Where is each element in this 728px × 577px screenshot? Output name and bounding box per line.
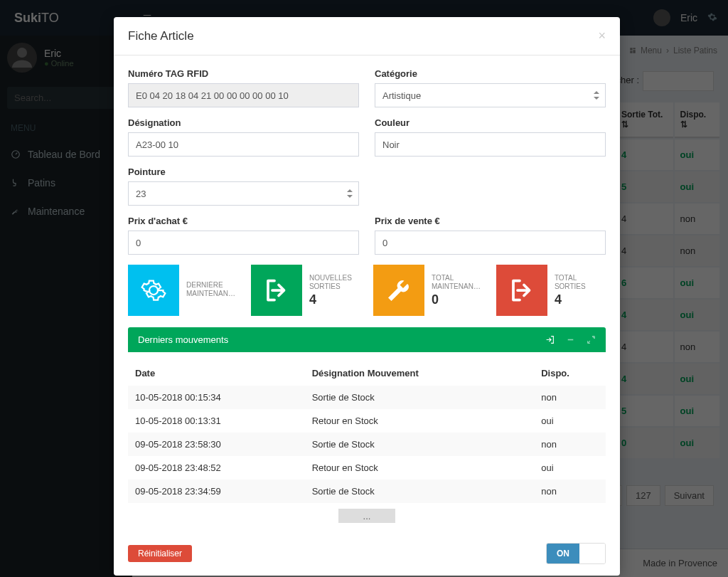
stat-total-maintenance: TOTALMAINTENAN…0 — [373, 265, 483, 316]
movement-row: 10-05-2018 00:13:31Retour en Stockoui — [128, 409, 606, 433]
color-input[interactable] — [375, 132, 606, 157]
col-dispo: Dispo. — [534, 361, 606, 386]
stat-total-exits: TOTALSORTIES4 — [496, 265, 606, 316]
sellprice-label: Prix de vente € — [375, 216, 606, 226]
size-label: Pointure — [128, 166, 359, 177]
rfid-label: Numéro TAG RFID — [128, 68, 359, 79]
article-modal: Fiche Article × Numéro TAG RFID Catégori… — [114, 17, 620, 576]
on-off-toggle[interactable]: ON — [546, 543, 606, 564]
sellprice-input[interactable] — [375, 231, 606, 255]
modal-title: Fiche Article — [128, 29, 194, 43]
col-designation: Désignation Mouvement — [305, 361, 535, 386]
gear-icon — [128, 265, 179, 316]
buyprice-label: Prix d'achat € — [128, 216, 359, 226]
stat-last-maintenance: DERNIÈREMAINTENAN… — [128, 265, 238, 316]
rfid-input — [128, 83, 359, 107]
category-label: Catégorie — [375, 68, 606, 79]
movement-row: 09-05-2018 23:48:52Retour en Stockoui — [128, 456, 606, 480]
movement-row: 10-05-2018 00:15:34Sortie de Stocknon — [128, 386, 606, 409]
exit-icon — [496, 265, 547, 316]
category-select[interactable]: Artistique — [375, 83, 606, 107]
stat-new-exits: NOUVELLESSORTIES4 — [251, 265, 360, 316]
wrench-icon — [373, 265, 424, 316]
login-icon[interactable] — [545, 335, 555, 344]
designation-input[interactable] — [128, 132, 359, 157]
stat-boxes: DERNIÈREMAINTENAN… NOUVELLESSORTIES4 TOT… — [128, 265, 606, 316]
load-more-button[interactable]: ... — [338, 509, 395, 523]
exit-icon — [251, 265, 302, 316]
movements-panel: Derniers mouvements Date Désignation Mou… — [128, 327, 606, 523]
expand-edit-icon[interactable] — [587, 335, 596, 344]
color-label: Couleur — [375, 117, 606, 128]
minus-icon[interactable] — [566, 335, 575, 344]
col-date: Date — [128, 361, 305, 386]
designation-label: Désignation — [128, 117, 359, 128]
reset-button[interactable]: Réinitialiser — [128, 545, 192, 562]
buyprice-input[interactable] — [128, 231, 359, 255]
movements-table: Date Désignation Mouvement Dispo. 10-05-… — [128, 361, 606, 503]
movement-row: 09-05-2018 23:34:59Sortie de Stocknon — [128, 480, 606, 503]
size-select[interactable]: 23 — [128, 181, 359, 206]
movement-row: 09-05-2018 23:58:30Sortie de Stocknon — [128, 433, 606, 456]
modal-close-button[interactable]: × — [598, 28, 606, 43]
panel-title: Derniers mouvements — [138, 334, 228, 345]
